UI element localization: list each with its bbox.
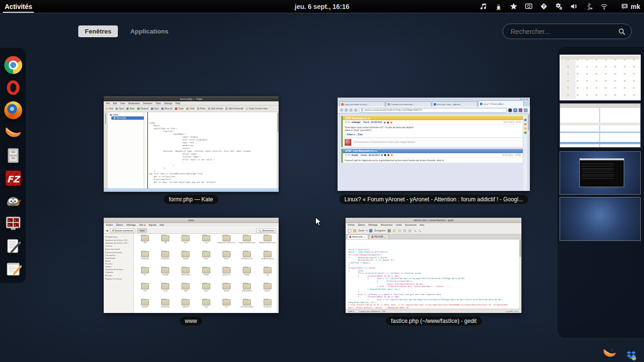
- status-icon-area: ?: [479, 0, 608, 13]
- music-icon[interactable]: [479, 2, 487, 10]
- file-entry: telecharges: [175, 267, 196, 282]
- file-entry: fisiotek: [175, 251, 196, 266]
- extension-p-icon: P: [513, 108, 517, 112]
- svg-text:>_: >_: [14, 223, 17, 227]
- workspace-switcher: [557, 46, 644, 338]
- opera-icon[interactable]: [4, 79, 22, 97]
- user-menu[interactable]: mk: [621, 0, 640, 13]
- notes-icon[interactable]: [4, 260, 22, 278]
- kate-body: Documents www formr.php <?php $host obje…: [104, 112, 279, 189]
- file-entry-icon: [243, 251, 251, 257]
- forward-icon: [345, 108, 348, 112]
- file-entry: test: [216, 299, 237, 313]
- print-icon: [388, 229, 391, 232]
- cabinet-icon[interactable]: [4, 147, 22, 165]
- file-entry: freelance.ced: [237, 251, 257, 266]
- help-icon[interactable]: ?: [540, 2, 548, 10]
- gears-icon[interactable]: [555, 2, 563, 10]
- kate-tree-file-selected: formr.php: [111, 116, 144, 120]
- forum-page: ./2707 Reprendre ici «« 15:04 redangel -…: [338, 114, 530, 191]
- clementine-icon[interactable]: [4, 124, 22, 142]
- filezilla-icon[interactable]: FZ: [4, 169, 22, 187]
- flag-icon: [388, 154, 389, 156]
- svg-text:>_: >_: [14, 219, 17, 222]
- link-icon: [381, 154, 383, 156]
- file-entry-icon: [223, 283, 231, 289]
- file-entry-icon: [202, 283, 210, 289]
- tab-applications[interactable]: Applications: [124, 25, 175, 37]
- window-nautilus[interactable]: www FichierÉditionAffichageAller àSignet…: [104, 218, 279, 313]
- firefox-icon[interactable]: [4, 101, 22, 119]
- flag-icon: [387, 122, 389, 123]
- file-entry-icon: [243, 235, 251, 241]
- gedit-scrollbar: [519, 239, 521, 309]
- link-icon: [384, 122, 386, 123]
- window-chrome[interactable]: regex possibilité ét Duck...Création d'u…: [338, 98, 530, 191]
- gimp-icon[interactable]: [4, 192, 22, 210]
- kate-toolbar: NewOpenBackForwardSaveSave AsCloseUndoRe…: [104, 106, 279, 112]
- screen-icon[interactable]: [525, 2, 533, 10]
- save-icon: [369, 229, 372, 232]
- file-entry-icon: [141, 267, 149, 273]
- nautilus-pathbar: ◀ Dossier personnel www 🔍Rechercher: [104, 227, 279, 234]
- workspace-thumbnail[interactable]: [560, 151, 641, 195]
- file-entry-icon: [161, 283, 169, 289]
- chrome-tabstrip: regex possibilité ét Duck...Création d'u…: [338, 100, 530, 107]
- gedit-menubar: FichierÉditionAffichageRechercherOutilsD…: [346, 223, 521, 227]
- window-kate[interactable]: formr.php — Kate FileEditViewBookmarksSe…: [104, 96, 279, 192]
- kate-statusbar: [104, 189, 279, 192]
- kate-tree-folder: www: [107, 113, 144, 116]
- activities-button[interactable]: Activités: [0, 0, 39, 13]
- star-icon[interactable]: [510, 2, 518, 10]
- dropbox-icon[interactable]: [626, 350, 636, 361]
- search-box[interactable]: [503, 24, 632, 39]
- file-entry-icon: [182, 235, 190, 241]
- file-entry: test-perso: [257, 299, 278, 313]
- forum-post-1: ./2707 Reprendre ici «« 15:04 redangel -…: [341, 116, 523, 147]
- nautilus-sidebar: PériphériquesSystème de fichiers 210...S…: [104, 234, 134, 313]
- gnome-shell-overview: Activités jeu. 6 sept., 16:16 ? mk Fenêt…: [0, 0, 644, 362]
- activities-label: Activités: [5, 3, 32, 10]
- kate-code-area: <?php $host objectType == form { registe…: [144, 112, 279, 189]
- wifi-icon[interactable]: [600, 2, 608, 10]
- reload-icon: [349, 108, 353, 112]
- search-button: 🔍Rechercher: [256, 228, 276, 233]
- chrome-icon[interactable]: [4, 56, 22, 74]
- search-input[interactable]: [511, 28, 618, 35]
- nautilus-body: PériphériquesSystème de fichiers 210...S…: [104, 234, 279, 313]
- btoff-icon[interactable]: [585, 2, 593, 10]
- file-entry: bootstrap: [135, 251, 155, 266]
- gedit-tabbar: fastIce.php✕README✕: [346, 234, 521, 239]
- file-entry-icon: [223, 235, 231, 241]
- window-gedit[interactable]: fastIce.php (~/www/fastIce) - gedit Fich…: [346, 218, 521, 313]
- file-entry-icon: [161, 235, 169, 241]
- user-icon: [384, 154, 386, 156]
- file-entry: infolab: [196, 267, 216, 282]
- file-entry-icon: [223, 251, 231, 257]
- tux-icon[interactable]: [495, 2, 503, 10]
- chrome-toolbar: yaronet.com/posts.php?s=&h=2707&c=132745…: [338, 107, 530, 114]
- path-current-button: www: [137, 228, 147, 233]
- open-folder-icon: [353, 229, 356, 232]
- volume-icon[interactable]: [570, 2, 578, 10]
- file-entry: portfolio: [135, 299, 155, 313]
- window-label-kate: formr.php — Kate: [163, 194, 219, 205]
- gediticon-icon[interactable]: [4, 237, 22, 255]
- back-icon: ◀: [106, 230, 108, 232]
- window-label-chrome: Linux? « Forum yAronet - yAronet - Atten…: [339, 194, 529, 205]
- workspace-thumbnail[interactable]: [560, 55, 641, 100]
- extension-grid-icon: [519, 108, 522, 112]
- workspace-thumbnail[interactable]: [560, 197, 641, 241]
- file-entry: htc: [135, 267, 155, 282]
- terminator-icon[interactable]: >_>_>_>_: [4, 214, 22, 232]
- lock-icon: [524, 127, 527, 130]
- clemplay-icon[interactable]: [603, 346, 617, 361]
- nautilus-scrollbar: [277, 234, 279, 313]
- file-entry: spip: [196, 299, 216, 313]
- gedit-code-area: $size = $end-$off;$word = subst($donics,…: [346, 239, 521, 309]
- clock[interactable]: jeu. 6 sept., 16:16: [295, 3, 349, 10]
- tab-fenetres[interactable]: Fenêtres: [78, 25, 118, 37]
- file-entry: 962: [155, 235, 175, 250]
- workspace-thumbnail[interactable]: [560, 103, 641, 148]
- gedit-titlebar: fastIce.php (~/www/fastIce) - gedit: [346, 218, 521, 223]
